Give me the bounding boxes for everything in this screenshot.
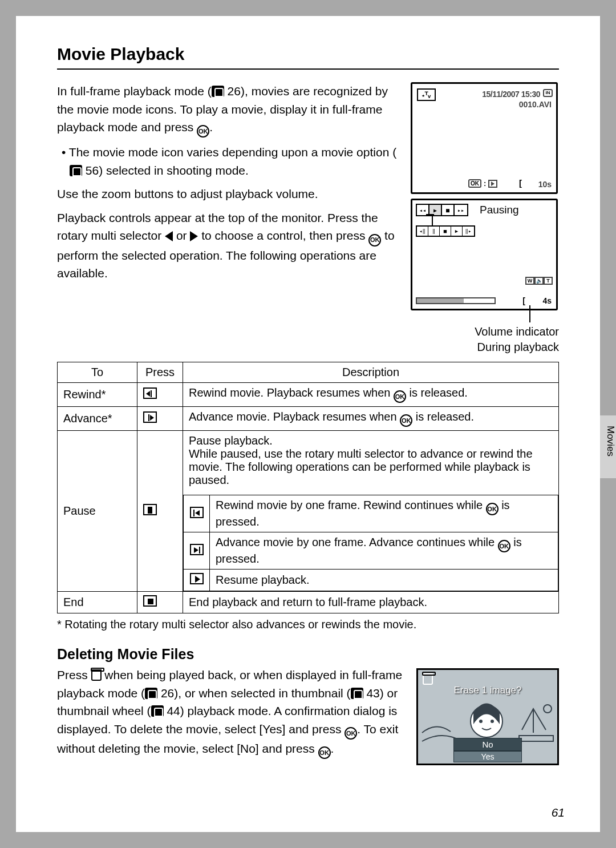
ok-button-icon: OK bbox=[400, 414, 412, 427]
th-to: To bbox=[58, 362, 137, 383]
cell-desc: Rewind movie. Playback resumes when OK i… bbox=[183, 383, 559, 407]
delete-dialog-figure: Erase 1 image? No Yes bbox=[416, 668, 559, 765]
cell-to: Pause bbox=[58, 431, 137, 592]
svg-point-2 bbox=[491, 720, 494, 723]
in-badge: IN bbox=[543, 89, 553, 97]
cell-press bbox=[137, 431, 183, 592]
pause-control-strip: ◂‖ ‖ ■ ▶ ‖▸ bbox=[416, 225, 475, 237]
advance-icon bbox=[143, 411, 157, 423]
pausing-label: Pausing bbox=[480, 204, 519, 216]
svg-point-4 bbox=[544, 705, 552, 713]
tv-mode-icon: ⋆ᵀᵥ bbox=[417, 88, 436, 101]
lcd-ok-play: OK : bbox=[468, 179, 497, 188]
callout-line bbox=[529, 305, 530, 322]
frame-advance-icon bbox=[190, 544, 204, 555]
dialog-no-button[interactable]: No bbox=[453, 738, 522, 751]
delete-text: Press when being played back, or when di… bbox=[57, 666, 406, 765]
cell-desc-nested: Pause playback. While paused, use the ro… bbox=[183, 431, 559, 592]
subheading-deleting: Deleting Movie Files bbox=[57, 646, 559, 663]
play-icon bbox=[190, 573, 204, 584]
cell-to: Advance* bbox=[58, 407, 137, 431]
ok-button-icon: OK bbox=[197, 125, 209, 138]
frame-rewind-icon bbox=[190, 507, 204, 518]
ok-button-icon: OK bbox=[486, 503, 499, 515]
volume-indicator: W🔈T bbox=[525, 277, 553, 285]
page-number: 61 bbox=[552, 806, 565, 819]
sub-desc: Advance movie by one frame. Advance cont… bbox=[210, 532, 558, 570]
lcd-preview-1: ⋆ᵀᵥ 15/11/2007 15:30 IN 0010.AVI OK : [ … bbox=[411, 82, 558, 194]
left-arrow-icon bbox=[165, 231, 173, 241]
ok-button-icon: OK bbox=[368, 234, 381, 247]
page-heading: Movie Playback bbox=[57, 45, 559, 70]
intro-text: or bbox=[173, 229, 190, 242]
intro-p3: Playback controls appear at the top of t… bbox=[57, 209, 399, 282]
rewind-icon bbox=[143, 387, 157, 399]
dialog-question: Erase 1 image? bbox=[453, 685, 521, 696]
lcd2-time: 4s bbox=[542, 296, 552, 305]
lcd-date: 15/11/2007 15:30 bbox=[482, 90, 540, 99]
bullet-text: The movie mode icon varies depending upo… bbox=[69, 146, 396, 159]
cell-press bbox=[137, 592, 183, 613]
ok-button-icon: OK bbox=[394, 390, 406, 403]
lcd-duration: 10s bbox=[538, 180, 552, 189]
controls-table: To Press Description Rewind* Rewind movi… bbox=[57, 362, 559, 613]
figure-caption: Volume indicator During playback bbox=[411, 324, 559, 355]
cell-press bbox=[137, 383, 183, 407]
intro-p2: Use the zoom buttons to adjust playback … bbox=[57, 185, 399, 203]
trash-icon bbox=[423, 673, 433, 685]
cell-to: Rewind* bbox=[58, 383, 137, 407]
trash-icon bbox=[91, 669, 102, 681]
side-tab-movies: Movies bbox=[600, 415, 616, 478]
ok-button-icon: OK bbox=[318, 746, 331, 759]
intro-bullet: The movie mode icon varies depending upo… bbox=[67, 143, 399, 179]
bullet-text: 56) selected in shooting mode. bbox=[82, 164, 249, 177]
intro-p1: In full-frame playback mode ( 26), movie… bbox=[57, 82, 399, 138]
stop-icon bbox=[143, 595, 157, 607]
right-arrow-icon bbox=[190, 231, 198, 241]
reference-icon bbox=[151, 705, 164, 717]
lcd-filename: 0010.AVI bbox=[519, 100, 552, 109]
caption-line: During playback bbox=[411, 340, 559, 355]
reference-icon bbox=[70, 165, 82, 176]
sub-desc: Rewind movie by one frame. Rewind contin… bbox=[210, 495, 558, 532]
svg-point-1 bbox=[479, 720, 483, 723]
dialog-yes-button[interactable]: Yes bbox=[453, 751, 522, 762]
pause-icon bbox=[143, 504, 157, 515]
page: Movies Movie Playback In full-frame play… bbox=[16, 16, 600, 832]
playback-control-strip: ◂◂ ▶ ■ ▸▸ bbox=[416, 204, 468, 216]
cell-to: End bbox=[58, 592, 137, 613]
pause-desc: Pause playback. While paused, use the ro… bbox=[183, 431, 558, 490]
ok-button-icon: OK bbox=[345, 727, 357, 740]
reference-icon bbox=[351, 688, 363, 699]
reference-icon bbox=[212, 86, 224, 97]
footnote: * Rotating the rotary multi selector als… bbox=[57, 618, 559, 631]
intro-text: to choose a control, then press bbox=[198, 229, 368, 242]
caption-line: Volume indicator bbox=[411, 324, 559, 340]
intro-text: . bbox=[209, 120, 213, 134]
bracket-icon: [ bbox=[522, 296, 525, 305]
cell-press bbox=[137, 407, 183, 431]
reference-icon bbox=[145, 688, 157, 699]
cell-desc: End playback and return to full-frame pl… bbox=[183, 592, 559, 613]
bracket-icon: [ bbox=[519, 178, 522, 188]
ok-button-icon: OK bbox=[498, 540, 510, 552]
cell-desc: Advance movie. Playback resumes when OK … bbox=[183, 407, 559, 431]
lcd-preview-2: ◂◂ ▶ ■ ▸▸ Pausing ◂‖ ‖ ■ ▶ ‖▸ W🔈T bbox=[411, 199, 558, 310]
pause-subtable: Rewind movie by one frame. Rewind contin… bbox=[183, 495, 558, 591]
th-desc: Description bbox=[183, 362, 559, 383]
illustration bbox=[418, 698, 557, 744]
sub-desc: Resume playback. bbox=[210, 570, 558, 591]
th-press: Press bbox=[137, 362, 183, 383]
progress-bar bbox=[416, 297, 496, 304]
intro-text: In full-frame playback mode ( bbox=[57, 84, 212, 98]
